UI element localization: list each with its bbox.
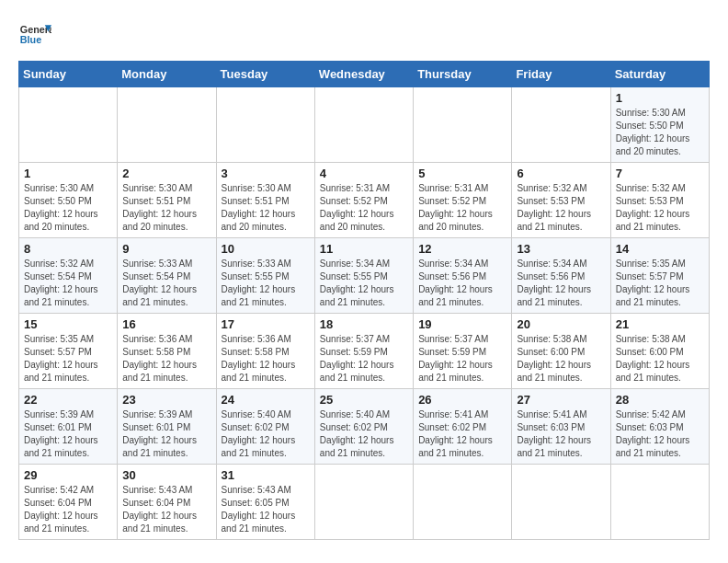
calendar-day-cell: 9 Sunrise: 5:33 AMSunset: 5:54 PMDayligh… xyxy=(118,238,216,314)
calendar-day-cell xyxy=(216,87,314,163)
calendar-day-cell xyxy=(314,87,413,163)
day-number: 2 xyxy=(122,167,210,180)
day-number: 1 xyxy=(24,167,112,180)
calendar-day-cell: 1 Sunrise: 5:30 AMSunset: 5:50 PMDayligh… xyxy=(610,87,709,163)
day-info: Sunrise: 5:33 AMSunset: 5:55 PMDaylight:… xyxy=(222,259,296,307)
day-info: Sunrise: 5:32 AMSunset: 5:53 PMDaylight:… xyxy=(517,183,591,232)
calendar-day-cell: 22 Sunrise: 5:39 AMSunset: 6:01 PMDaylig… xyxy=(19,389,118,465)
day-number: 18 xyxy=(320,317,408,331)
calendar-day-cell: 25 Sunrise: 5:40 AMSunset: 6:02 PMDaylig… xyxy=(314,389,413,465)
day-info: Sunrise: 5:40 AMSunset: 6:02 PMDaylight:… xyxy=(320,409,394,458)
day-info: Sunrise: 5:35 AMSunset: 5:57 PMDaylight:… xyxy=(24,334,98,383)
day-info: Sunrise: 5:39 AMSunset: 6:01 PMDaylight:… xyxy=(122,409,197,458)
calendar-day-cell: 11 Sunrise: 5:34 AMSunset: 5:55 PMDaylig… xyxy=(314,238,413,314)
weekday-header-friday: Friday xyxy=(512,62,610,87)
calendar-day-cell: 8 Sunrise: 5:32 AMSunset: 5:54 PMDayligh… xyxy=(19,238,118,314)
calendar-day-cell xyxy=(512,87,610,163)
calendar-day-cell: 30 Sunrise: 5:43 AMSunset: 6:04 PMDaylig… xyxy=(118,465,216,540)
calendar-day-cell xyxy=(414,465,512,540)
day-info: Sunrise: 5:38 AMSunset: 6:00 PMDaylight:… xyxy=(517,334,591,383)
day-number: 1 xyxy=(616,91,704,105)
calendar-week-row: 1 Sunrise: 5:30 AMSunset: 5:50 PMDayligh… xyxy=(19,87,710,163)
calendar-day-cell: 23 Sunrise: 5:39 AMSunset: 6:01 PMDaylig… xyxy=(118,389,216,465)
calendar-day-cell: 21 Sunrise: 5:38 AMSunset: 6:00 PMDaylig… xyxy=(610,314,709,389)
calendar-day-cell: 18 Sunrise: 5:37 AMSunset: 5:59 PMDaylig… xyxy=(314,314,413,389)
day-number: 26 xyxy=(418,393,506,407)
calendar-day-cell: 3 Sunrise: 5:30 AMSunset: 5:51 PMDayligh… xyxy=(216,163,314,238)
logo: General Blue xyxy=(18,18,51,52)
day-info: Sunrise: 5:43 AMSunset: 6:04 PMDaylight:… xyxy=(122,485,197,534)
day-info: Sunrise: 5:33 AMSunset: 5:54 PMDaylight:… xyxy=(122,259,197,307)
day-info: Sunrise: 5:42 AMSunset: 6:04 PMDaylight:… xyxy=(24,485,98,534)
calendar-week-row: 1 Sunrise: 5:30 AMSunset: 5:50 PMDayligh… xyxy=(19,163,710,238)
calendar-day-cell: 15 Sunrise: 5:35 AMSunset: 5:57 PMDaylig… xyxy=(19,314,118,389)
day-number: 19 xyxy=(418,317,506,331)
calendar-day-cell xyxy=(118,87,216,163)
calendar-day-cell: 7 Sunrise: 5:32 AMSunset: 5:53 PMDayligh… xyxy=(610,163,709,238)
day-info: Sunrise: 5:41 AMSunset: 6:03 PMDaylight:… xyxy=(517,409,591,458)
calendar-day-cell: 13 Sunrise: 5:34 AMSunset: 5:56 PMDaylig… xyxy=(512,238,610,314)
calendar-day-cell xyxy=(512,465,610,540)
page-header: General Blue xyxy=(18,18,710,52)
day-info: Sunrise: 5:30 AMSunset: 5:51 PMDaylight:… xyxy=(122,183,197,232)
day-info: Sunrise: 5:38 AMSunset: 6:00 PMDaylight:… xyxy=(616,334,690,383)
calendar-week-row: 15 Sunrise: 5:35 AMSunset: 5:57 PMDaylig… xyxy=(19,314,710,389)
weekday-header-monday: Monday xyxy=(118,62,216,87)
day-info: Sunrise: 5:41 AMSunset: 6:02 PMDaylight:… xyxy=(418,409,493,458)
day-number: 16 xyxy=(122,317,210,331)
calendar-day-cell: 26 Sunrise: 5:41 AMSunset: 6:02 PMDaylig… xyxy=(414,389,512,465)
day-number: 23 xyxy=(122,393,210,407)
calendar-week-row: 29 Sunrise: 5:42 AMSunset: 6:04 PMDaylig… xyxy=(19,465,710,540)
calendar-day-cell: 16 Sunrise: 5:36 AMSunset: 5:58 PMDaylig… xyxy=(118,314,216,389)
calendar-day-cell: 20 Sunrise: 5:38 AMSunset: 6:00 PMDaylig… xyxy=(512,314,610,389)
calendar-day-cell xyxy=(610,465,709,540)
day-info: Sunrise: 5:32 AMSunset: 5:54 PMDaylight:… xyxy=(24,259,98,307)
day-number: 21 xyxy=(616,317,704,331)
day-info: Sunrise: 5:34 AMSunset: 5:55 PMDaylight:… xyxy=(320,259,394,307)
calendar-day-cell: 5 Sunrise: 5:31 AMSunset: 5:52 PMDayligh… xyxy=(414,163,512,238)
day-number: 8 xyxy=(24,242,112,256)
day-info: Sunrise: 5:37 AMSunset: 5:59 PMDaylight:… xyxy=(418,334,493,383)
calendar-table: SundayMondayTuesdayWednesdayThursdayFrid… xyxy=(18,61,710,540)
calendar-week-row: 22 Sunrise: 5:39 AMSunset: 6:01 PMDaylig… xyxy=(19,389,710,465)
calendar-day-cell: 29 Sunrise: 5:42 AMSunset: 6:04 PMDaylig… xyxy=(19,465,118,540)
day-info: Sunrise: 5:30 AMSunset: 5:51 PMDaylight:… xyxy=(222,183,296,232)
day-number: 29 xyxy=(24,468,112,482)
day-number: 4 xyxy=(320,167,408,180)
day-number: 6 xyxy=(517,167,605,180)
day-info: Sunrise: 5:32 AMSunset: 5:53 PMDaylight:… xyxy=(616,183,690,232)
calendar-day-cell: 27 Sunrise: 5:41 AMSunset: 6:03 PMDaylig… xyxy=(512,389,610,465)
calendar-day-cell: 6 Sunrise: 5:32 AMSunset: 5:53 PMDayligh… xyxy=(512,163,610,238)
day-info: Sunrise: 5:43 AMSunset: 6:05 PMDaylight:… xyxy=(222,485,296,534)
day-number: 11 xyxy=(320,242,408,256)
calendar-day-cell: 17 Sunrise: 5:36 AMSunset: 5:58 PMDaylig… xyxy=(216,314,314,389)
day-number: 22 xyxy=(24,393,112,407)
day-number: 20 xyxy=(517,317,605,331)
calendar-day-cell: 19 Sunrise: 5:37 AMSunset: 5:59 PMDaylig… xyxy=(414,314,512,389)
calendar-day-cell: 10 Sunrise: 5:33 AMSunset: 5:55 PMDaylig… xyxy=(216,238,314,314)
day-number: 24 xyxy=(222,393,310,407)
calendar-day-cell: 31 Sunrise: 5:43 AMSunset: 6:05 PMDaylig… xyxy=(216,465,314,540)
calendar-header-row: SundayMondayTuesdayWednesdayThursdayFrid… xyxy=(19,62,710,87)
logo-icon: General Blue xyxy=(18,18,51,52)
calendar-day-cell: 2 Sunrise: 5:30 AMSunset: 5:51 PMDayligh… xyxy=(118,163,216,238)
day-info: Sunrise: 5:30 AMSunset: 5:50 PMDaylight:… xyxy=(616,108,690,156)
day-number: 13 xyxy=(517,242,605,256)
calendar-day-cell xyxy=(314,465,413,540)
day-number: 14 xyxy=(616,242,704,256)
day-number: 28 xyxy=(616,393,704,407)
day-info: Sunrise: 5:36 AMSunset: 5:58 PMDaylight:… xyxy=(222,334,296,383)
day-number: 7 xyxy=(616,167,704,180)
day-info: Sunrise: 5:34 AMSunset: 5:56 PMDaylight:… xyxy=(517,259,591,307)
calendar-day-cell: 1 Sunrise: 5:30 AMSunset: 5:50 PMDayligh… xyxy=(19,163,118,238)
day-number: 3 xyxy=(222,167,310,180)
day-number: 31 xyxy=(222,468,310,482)
calendar-day-cell xyxy=(414,87,512,163)
weekday-header-wednesday: Wednesday xyxy=(314,62,413,87)
calendar-day-cell: 12 Sunrise: 5:34 AMSunset: 5:56 PMDaylig… xyxy=(414,238,512,314)
day-number: 30 xyxy=(122,468,210,482)
day-info: Sunrise: 5:31 AMSunset: 5:52 PMDaylight:… xyxy=(418,183,493,232)
day-info: Sunrise: 5:34 AMSunset: 5:56 PMDaylight:… xyxy=(418,259,493,307)
day-number: 12 xyxy=(418,242,506,256)
day-info: Sunrise: 5:39 AMSunset: 6:01 PMDaylight:… xyxy=(24,409,98,458)
